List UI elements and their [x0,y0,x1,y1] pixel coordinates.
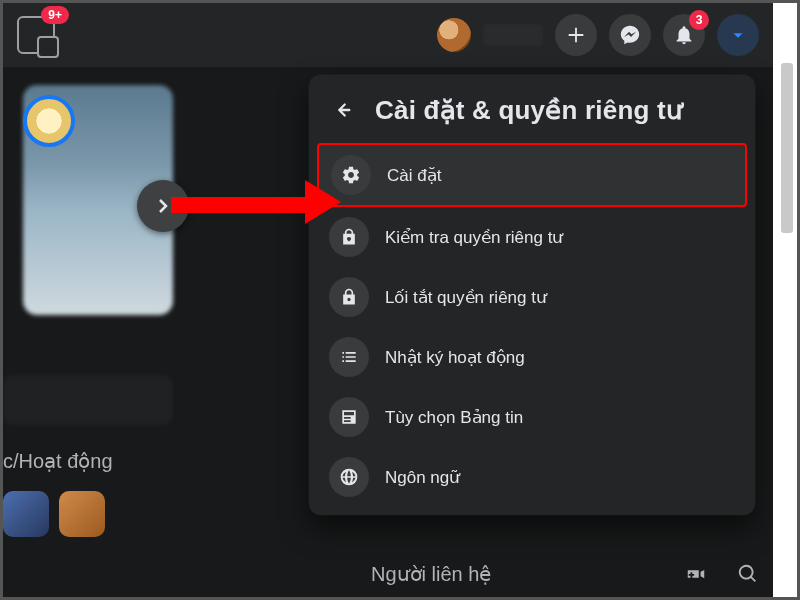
sidebar-label-activity: c/Hoạt động [3,449,203,473]
menu-item-privacy-checkup[interactable]: Kiểm tra quyền riêng tư [317,207,747,267]
search-contacts-button[interactable] [733,559,763,589]
dropdown-title: Cài đặt & quyền riêng tư [375,95,682,126]
account-menu-button[interactable] [717,14,759,56]
sidebar-card-blurred [3,375,173,425]
menu-item-label: Ngôn ngữ [385,467,460,488]
video-plus-icon [685,563,707,585]
lock-heart-icon [339,227,359,247]
sidebar-thumbnails [3,491,203,537]
gear-icon [341,165,361,185]
menu-item-language[interactable]: Ngôn ngữ [317,447,747,507]
caret-down-icon [727,24,749,46]
messenger-icon [619,24,641,46]
contacts-label: Người liên hệ [371,562,491,586]
menu-item-label: Lối tắt quyền riêng tư [385,287,547,308]
thumbnail-1[interactable] [3,491,49,537]
messenger-button[interactable] [609,14,651,56]
scrollbar-thumb[interactable] [781,63,793,233]
settings-privacy-dropdown: Cài đặt & quyền riêng tư Cài đặt Kiểm tr… [309,75,755,515]
plus-icon [565,24,587,46]
notifications-badge: 3 [689,10,709,30]
notifications-button[interactable]: 3 [663,14,705,56]
menu-item-settings[interactable]: Cài đặt [317,143,747,207]
menu-item-activity-log[interactable]: Nhật ký hoạt động [317,327,747,387]
back-button[interactable] [323,91,361,129]
stories-column: c/Hoạt động [3,67,203,597]
watch-tab[interactable]: 9+ [17,16,55,54]
story-avatar [23,95,75,147]
top-bar: 9+ 3 [3,3,773,67]
arrow-right-icon [151,194,175,218]
contacts-header: Người liên hệ [343,551,773,597]
lock-icon [339,287,359,307]
feed-icon [339,407,359,427]
stories-next-button[interactable] [137,180,189,232]
arrow-left-icon [331,99,353,121]
create-button[interactable] [555,14,597,56]
profile-name-blurred[interactable] [483,24,543,46]
menu-item-feed-preferences[interactable]: Tùy chọn Bảng tin [317,387,747,447]
list-icon [339,347,359,367]
menu-item-label: Kiểm tra quyền riêng tư [385,227,563,248]
search-icon [737,563,759,585]
browser-scrollbar[interactable] [773,3,797,597]
thumbnail-2[interactable] [59,491,105,537]
watch-badge: 9+ [41,6,69,24]
profile-avatar[interactable] [437,18,471,52]
menu-item-label: Cài đặt [387,165,441,186]
new-room-button[interactable] [681,559,711,589]
globe-icon [339,467,359,487]
menu-item-label: Tùy chọn Bảng tin [385,407,523,428]
menu-item-label: Nhật ký hoạt động [385,347,525,368]
menu-item-privacy-shortcuts[interactable]: Lối tắt quyền riêng tư [317,267,747,327]
